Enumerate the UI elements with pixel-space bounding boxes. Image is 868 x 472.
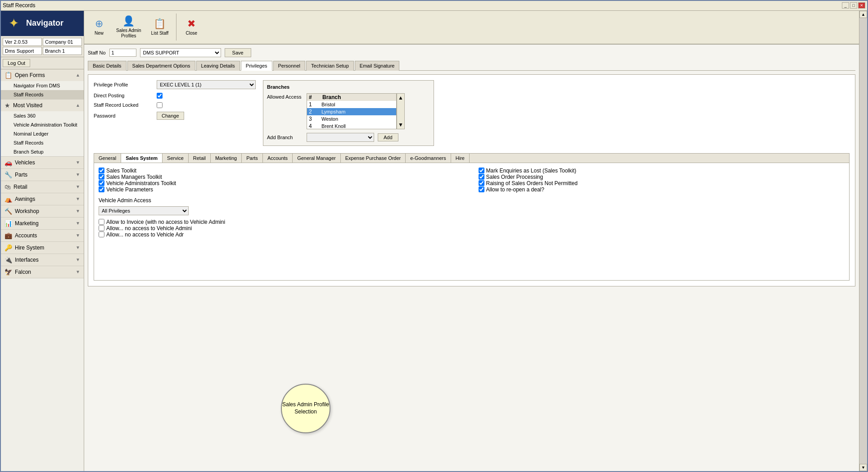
sidebar-section-header-vehicles[interactable]: 🚗 Vehicles ▼ (1, 157, 84, 168)
new-button[interactable]: ⊕ New (88, 16, 110, 38)
sidebar-item-sales360[interactable]: Sales 360 (1, 111, 84, 120)
list-staff-label: List Staff (151, 31, 169, 36)
sidebar-section-header-awnings[interactable]: ⛺ Awnings ▼ (1, 193, 84, 205)
bottom-tab-hire[interactable]: Hire (451, 154, 470, 163)
tab-privileges[interactable]: Privileges (241, 61, 272, 71)
bottom-tab-retail[interactable]: Retail (189, 154, 211, 163)
bottom-tab-general-manager[interactable]: General Manager (293, 154, 341, 163)
staff-no-input[interactable] (109, 49, 136, 57)
tooltip-text: Sales Admin Profile Selection (282, 401, 330, 415)
vehicles-arrow-icon: ▼ (76, 160, 80, 165)
list-staff-button[interactable]: 📋 List Staff (147, 16, 173, 38)
nav-star-icon: ✦ (9, 16, 19, 31)
staff-record-locked-checkbox[interactable] (157, 102, 163, 108)
sidebar-section-header-falcon[interactable]: 🦅 Falcon ▼ (1, 266, 84, 278)
mark-enquiries-checkbox[interactable] (479, 168, 484, 173)
bottom-tab-e-goodmanners[interactable]: e-Goodmanners (406, 154, 451, 163)
checkbox-sales-order-processing: Sales Order Processing (479, 174, 845, 180)
scroll-down-button[interactable]: ▼ (859, 464, 867, 471)
branch-item-1[interactable]: 1Bristol (307, 101, 396, 108)
branch-item-2[interactable]: 2Lympsham (307, 108, 396, 115)
vehicle-parameters-checkbox[interactable] (99, 186, 104, 192)
sales-managers-toolkit-checkbox[interactable] (99, 174, 104, 180)
accounts-icon: 💼 (5, 232, 12, 239)
bottom-tab-expense[interactable]: Expense Purchase Order (341, 154, 406, 163)
branch-list[interactable]: # Branch 1Bristol 2Lympsham (307, 93, 397, 129)
bottom-tab-parts[interactable]: Parts (242, 154, 263, 163)
allowed-access-row: Allowed Access # Branch 1Bristol (267, 93, 430, 129)
allow-no-access-3-checkbox[interactable] (99, 231, 104, 237)
vehicle-admin-access-row: Vehicle Admin Access (99, 197, 845, 204)
sidebar-section-header-marketing[interactable]: 📊 Marketing ▼ (1, 218, 84, 229)
sidebar-section-header-workshop[interactable]: 🔨 Workshop ▼ (1, 205, 84, 217)
mark-enquiries-label: Mark Enquiries as Lost (Sales Toolkit) (486, 168, 577, 174)
close-button[interactable]: ✖ Close (180, 16, 203, 38)
tab-sales-department[interactable]: Sales Department Options (127, 61, 195, 71)
branch-field: Branch 1 (43, 47, 82, 55)
vehicle-admin-access-dropdown[interactable]: All Privileges (99, 206, 189, 215)
allow-no-access-2-checkbox[interactable] (99, 225, 104, 231)
sales-admin-profiles-button[interactable]: 👤 Sales AdminProfiles (112, 13, 145, 41)
restore-button[interactable]: □ (850, 2, 857, 9)
password-row: Password Change (94, 112, 256, 120)
branch-scroll-down-icon[interactable]: ▼ (398, 122, 403, 128)
sidebar-label-falcon: Falcon (15, 269, 31, 275)
staff-name-dropdown[interactable]: DMS SUPPORT (140, 48, 221, 57)
add-branch-button[interactable]: Add (378, 133, 398, 141)
vehicle-administrators-toolkit-checkbox[interactable] (99, 180, 104, 186)
tab-personnel[interactable]: Personnel (273, 61, 306, 71)
allow-reopen-label: Allow to re-open a deal? (486, 186, 544, 193)
branch-item-3[interactable]: 3Weston (307, 115, 396, 123)
tab-technician-setup[interactable]: Technician Setup (306, 61, 354, 71)
sidebar-item-staff-records-visited[interactable]: Staff Records (1, 138, 84, 147)
sidebar-section-workshop: 🔨 Workshop ▼ (1, 205, 84, 218)
tab-email-signature[interactable]: Email Signature (355, 61, 400, 71)
tab-leaving-details[interactable]: Leaving Details (196, 61, 240, 71)
sidebar-section-awnings: ⛺ Awnings ▼ (1, 193, 84, 205)
scroll-track[interactable] (859, 18, 867, 464)
raising-sales-orders-checkbox[interactable] (479, 180, 484, 186)
bottom-tab-service[interactable]: Service (163, 154, 189, 163)
bottom-tab-marketing[interactable]: Marketing (211, 154, 242, 163)
privilege-profile-dropdown[interactable]: EXEC LEVEL 1 (1) (157, 80, 256, 89)
sidebar-item-staff-records-open[interactable]: Staff Records (1, 90, 84, 99)
user-field: Dms Support (3, 47, 42, 55)
sidebar-section-header-retail[interactable]: 🛍 Retail ▼ (1, 181, 84, 193)
sidebar-item-vehicle-admin-toolkit[interactable]: Vehicle Administration Toolkit (1, 120, 84, 129)
sales-admin-icon: 👤 (122, 15, 135, 27)
close-window-button[interactable]: ✕ (858, 2, 865, 9)
sidebar-section-parts: 🔧 Parts ▼ (1, 169, 84, 181)
scroll-up-button[interactable]: ▲ (859, 11, 867, 18)
sidebar-section-header-open-forms[interactable]: 📋 Open Forms ▲ (1, 69, 84, 81)
sidebar-section-header-parts[interactable]: 🔧 Parts ▼ (1, 169, 84, 181)
tab-basic-details[interactable]: Basic Details (88, 61, 127, 71)
minimize-button[interactable]: _ (842, 2, 849, 9)
sales-toolkit-checkbox[interactable] (99, 168, 104, 173)
direct-posting-checkbox[interactable] (157, 93, 163, 99)
save-button[interactable]: Save (225, 48, 251, 57)
branch-item-4[interactable]: 4Brent Knoll (307, 123, 396, 129)
direct-posting-row: Direct Posting (94, 93, 256, 99)
allow-invoice-checkbox[interactable] (99, 219, 104, 225)
branch-scroll-up-icon[interactable]: ▲ (398, 95, 403, 101)
log-out-button[interactable]: Log Out (3, 59, 30, 67)
bottom-tab-sales-system[interactable]: Sales System (121, 154, 163, 163)
privilege-profile-row: Privilege Profile EXEC LEVEL 1 (1) (94, 80, 256, 89)
marketing-icon: 📊 (5, 220, 12, 227)
sidebar-section-header-interfaces[interactable]: 🔌 Interfaces ▼ (1, 254, 84, 266)
bottom-tab-accounts[interactable]: Accounts (263, 154, 293, 163)
change-password-button[interactable]: Change (157, 112, 184, 120)
allow-reopen-checkbox[interactable] (479, 186, 484, 192)
sidebar-label-awnings: Awnings (15, 196, 35, 202)
sidebar-section-header-most-visited[interactable]: ★ Most Visited ▲ (1, 100, 84, 111)
sidebar-item-nominal-ledger[interactable]: Nominal Ledger (1, 129, 84, 138)
bottom-tab-general[interactable]: General (94, 154, 121, 163)
sidebar-section-header-accounts[interactable]: 💼 Accounts ▼ (1, 230, 84, 241)
sidebar-section-header-hire-system[interactable]: 🔑 Hire System ▼ (1, 242, 84, 254)
sidebar-item-branch-setup[interactable]: Branch Setup (1, 147, 84, 156)
branch-scroll-buttons[interactable]: ▲ ▼ (397, 93, 405, 129)
sales-order-processing-checkbox[interactable] (479, 174, 484, 180)
add-branch-dropdown[interactable] (307, 133, 374, 142)
sidebar-item-navigator-from-dms[interactable]: Navigator From DMS (1, 81, 84, 90)
add-branch-label: Add Branch (267, 135, 303, 140)
